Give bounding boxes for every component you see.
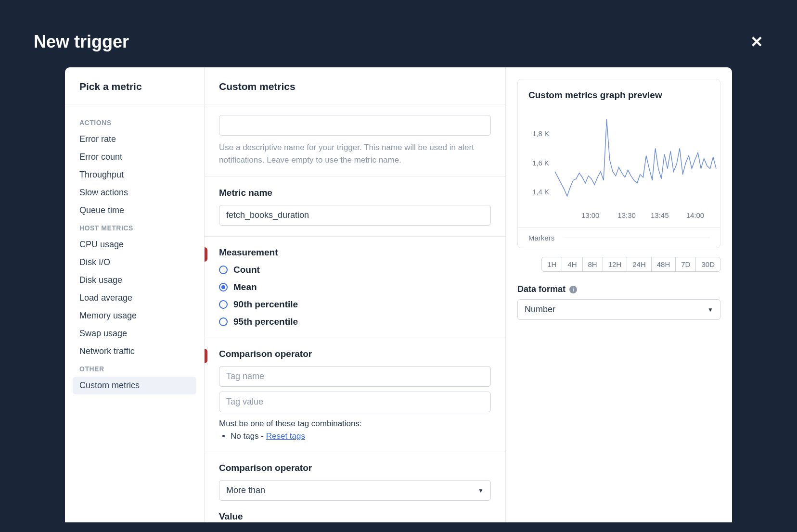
reset-tags-link[interactable]: Reset tags (266, 431, 305, 441)
radio-label: Mean (233, 282, 257, 292)
range-button[interactable]: 1H (541, 257, 562, 272)
tag-combinations-text: Must be one of these tag combinations: N… (219, 419, 491, 441)
sidebar-item[interactable]: Network traffic (73, 342, 196, 360)
sidebar-item[interactable]: Load average (73, 289, 196, 307)
range-button[interactable]: 48H (651, 257, 676, 272)
close-icon[interactable]: ✕ (750, 33, 763, 51)
trigger-name-helper: Use a descriptive name for your trigger.… (219, 141, 491, 166)
sidebar-item[interactable]: Queue time (73, 202, 196, 219)
sidebar: Pick a metric ACTIONSError rateError cou… (65, 67, 205, 522)
range-button[interactable]: 24H (627, 257, 652, 272)
radio-icon (219, 300, 228, 309)
caret-down-icon: ▼ (478, 487, 484, 494)
radio-icon (219, 266, 228, 274)
sidebar-item[interactable]: Disk I/O (73, 253, 196, 271)
trigger-name-input[interactable] (219, 115, 491, 136)
svg-text:1,6 K: 1,6 K (532, 159, 549, 167)
svg-text:14:00: 14:00 (686, 211, 705, 219)
step-badge-4: 4 (205, 349, 207, 363)
sidebar-section-label: HOST METRICS (73, 219, 196, 236)
measurement-option[interactable]: 95th percentile (219, 317, 491, 327)
metric-name-input[interactable] (219, 205, 491, 226)
chart-preview: 1,8 K1,6 K1,4 K13:0013:3013:4514:00 (518, 107, 720, 228)
range-button[interactable]: 7D (675, 257, 696, 272)
sidebar-item[interactable]: Error rate (73, 130, 196, 148)
svg-text:1,8 K: 1,8 K (532, 129, 549, 138)
markers-line (563, 238, 709, 238)
sidebar-item[interactable]: Disk usage (73, 271, 196, 289)
comparison-label: Comparison operator (219, 349, 491, 359)
preview-panel: Custom metrics graph preview 1,8 K1,6 K1… (506, 67, 732, 522)
markers-label: Markers (528, 234, 554, 242)
measurement-option[interactable]: Mean (219, 282, 491, 292)
main-title: Custom metrics (205, 67, 505, 104)
range-button[interactable]: 30D (695, 257, 720, 272)
svg-text:1,4 K: 1,4 K (532, 188, 549, 196)
sidebar-title: Pick a metric (65, 67, 204, 104)
range-button[interactable]: 4H (562, 257, 582, 272)
value-label: Value (219, 511, 491, 522)
sidebar-item[interactable]: Throughput (73, 166, 196, 184)
radio-label: Count (233, 265, 260, 275)
measurement-option[interactable]: 90th percentile (219, 299, 491, 310)
tag-name-input[interactable] (219, 366, 491, 387)
operator-select[interactable]: More than ▼ (219, 480, 491, 501)
modal-title: New trigger (34, 32, 129, 52)
caret-down-icon: ▼ (707, 306, 713, 313)
preview-title: Custom metrics graph preview (518, 79, 720, 107)
main: Custom metrics Use a descriptive name fo… (205, 67, 506, 522)
range-button[interactable]: 8H (582, 257, 603, 272)
sidebar-item[interactable]: Memory usage (73, 307, 196, 325)
sidebar-item[interactable]: CPU usage (73, 236, 196, 253)
radio-icon (219, 317, 228, 326)
step-badge-3: 3 (205, 247, 207, 262)
tag-value-input[interactable] (219, 392, 491, 412)
radio-icon (219, 283, 228, 291)
sidebar-item[interactable]: Slow actions (73, 184, 196, 202)
svg-text:13:00: 13:00 (581, 211, 600, 219)
operator-select-label: Comparison operator (219, 463, 491, 473)
sidebar-item[interactable]: Swap usage (73, 325, 196, 342)
measurement-option[interactable]: Count (219, 265, 491, 275)
radio-label: 90th percentile (233, 299, 298, 310)
svg-text:13:45: 13:45 (651, 211, 669, 219)
sidebar-item[interactable]: Error count (73, 148, 196, 166)
measurement-label: Measurement (219, 247, 491, 258)
radio-label: 95th percentile (233, 317, 298, 327)
range-button[interactable]: 12H (603, 257, 628, 272)
data-format-select[interactable]: Number ▼ (517, 299, 720, 320)
panel: Pick a metric ACTIONSError rateError cou… (65, 67, 732, 522)
data-format-label: Data format (517, 284, 566, 294)
svg-text:13:30: 13:30 (617, 211, 636, 219)
sidebar-item[interactable]: Custom metrics (73, 377, 196, 394)
sidebar-section-label: ACTIONS (73, 114, 196, 130)
sidebar-section-label: OTHER (73, 360, 196, 377)
info-icon[interactable]: i (569, 286, 577, 293)
metric-name-label: Metric name (219, 188, 491, 198)
